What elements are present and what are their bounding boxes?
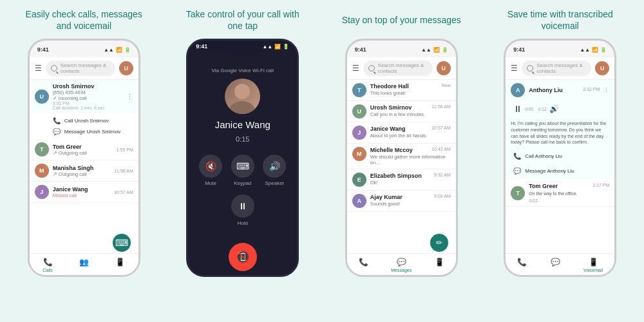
- msg-preview-elizabeth: Ok!: [370, 180, 451, 185]
- panel-voicemail-title: Save time with transcribed voicemail: [496, 6, 625, 33]
- vm-nav-label: Voicemail: [583, 268, 603, 272]
- more-icon-urosh[interactable]: ⋮: [126, 93, 133, 101]
- end-call-button[interactable]: 📵: [229, 243, 257, 271]
- panel-calls-title: Easily check calls, messages and voicema…: [19, 6, 148, 33]
- call-time-tomgreer: 1:53 PM: [117, 147, 133, 152]
- avatar-elizabeth: E: [352, 173, 366, 187]
- via-text: Via Google Voice Wi-Fi call: [212, 68, 274, 73]
- msg-item-ajay[interactable]: A Ajay Kumar 9:03 AM Sounds good!: [347, 191, 456, 212]
- vm-action-call-anthony[interactable]: 📞 Call Anthony Liu: [511, 151, 562, 162]
- call-detail-urosh: ✓ Incoming call: [53, 95, 122, 101]
- msg-name-row-janice: Janice Wang 10:57 AM: [370, 126, 451, 132]
- call-item-urosh[interactable]: U Urosh Smirnov (650) 435-4634 ✓ Incomin…: [30, 80, 138, 113]
- phone-notch-4: [541, 41, 580, 55]
- msg-item-theodore[interactable]: T Theodore Hall Now This looks great!: [347, 80, 456, 101]
- nav-calls-label: Calls: [43, 268, 53, 272]
- search-input-voicemail[interactable]: Search messages & contacts: [522, 61, 591, 76]
- avatar-urosh: U: [35, 90, 49, 104]
- phone-frame-voicemail: 9:41 ▲▲ 📶 🔋 ☰ Search messages & contacts…: [504, 39, 616, 277]
- search-input-calls[interactable]: Search messages & contacts: [46, 61, 115, 76]
- msg-name-row-michelle: Michelle Mccoy 10:42 AM: [370, 147, 451, 153]
- nav-vm-calls[interactable]: 📞: [517, 258, 527, 272]
- signal-icon: ▲▲: [104, 47, 114, 53]
- avatar-janice-calls: J: [35, 185, 49, 199]
- call-item-tomgreer[interactable]: T Tom Greer ↗ Outgoing call 1:53 PM: [30, 139, 138, 160]
- vm-action-msg-anthony[interactable]: 💬 Message Anthony Liu: [511, 166, 574, 176]
- messages-icon-vm: 💬: [551, 258, 560, 267]
- call-item-manisha[interactable]: M Manisha Singh ↗ Outgoing call 11:56 AM: [30, 160, 138, 182]
- panel-voicemail: Save time with transcribed voicemail 9:4…: [483, 6, 638, 322]
- msg-name-janice: Janice Wang: [370, 126, 406, 132]
- phone-notch-2: [223, 41, 262, 55]
- battery-icon-2: 🔋: [283, 44, 289, 50]
- main-container: Easily check calls, messages and voicema…: [0, 0, 644, 322]
- nav-messages-calls[interactable]: 📞: [359, 258, 368, 272]
- search-input-messages[interactable]: Search messages & contacts: [363, 61, 433, 76]
- signal-icon-2: ▲▲: [262, 44, 272, 50]
- call-name-janice: Janice Wang: [53, 186, 110, 193]
- call-item-janice[interactable]: J Janice Wang Missed call 10:57 AM: [30, 182, 138, 203]
- msg-item-janice[interactable]: J Janice Wang 10:57 AM About to join the…: [347, 122, 456, 144]
- player-bar-anthony: ⏸ 0:00 0:12 🔊: [511, 104, 558, 114]
- calls-icon-vm: 📞: [517, 258, 527, 267]
- nav-vm-messages[interactable]: 💬: [551, 258, 560, 272]
- vm-info-anthony: Anthony Liu 2:32 PM: [529, 87, 600, 93]
- hamburger-icon-vm[interactable]: ☰: [511, 64, 518, 73]
- nav-voicemail-bottom[interactable]: 📱: [115, 258, 125, 272]
- nav-contacts[interactable]: 👥: [79, 258, 89, 272]
- vm-item-anthony[interactable]: A Anthony Liu 2:32 PM ⋮ ⏸ 0:00: [506, 80, 614, 180]
- nav-voicemail-tab[interactable]: 📱 Voicemail: [583, 258, 603, 272]
- hold-button[interactable]: ⏸ Hold: [231, 194, 254, 226]
- speaker-icon: 🔊: [263, 155, 286, 178]
- search-icon: [51, 65, 57, 71]
- call-sub-janice: Missed call: [53, 193, 110, 198]
- msg-info-elizabeth: Elizabeth Simpson 9:32 AM Ok!: [370, 173, 451, 185]
- wifi-icon-4: 📶: [592, 47, 598, 53]
- speaker-button[interactable]: 🔊 Speaker: [263, 155, 286, 186]
- vm-item-tomgreer[interactable]: T Tom Greer 1:27 PM On the way to the of…: [506, 180, 614, 207]
- msg-item-elizabeth[interactable]: E Elizabeth Simpson 9:32 AM Ok!: [347, 169, 456, 191]
- calls-nav-icon: 📞: [43, 258, 53, 267]
- search-placeholder-messages: Search messages & contacts: [378, 62, 428, 74]
- msg-name-michelle: Michelle Mccoy: [370, 147, 413, 153]
- keypad-button[interactable]: ⌨ Keypad: [231, 155, 254, 186]
- avatar-urosh-msg: U: [352, 104, 366, 118]
- fab-calls[interactable]: ⌨: [113, 234, 131, 252]
- user-avatar-messages[interactable]: U: [437, 61, 451, 75]
- fab-messages[interactable]: ✏: [430, 234, 448, 252]
- avatar-ajay: A: [352, 194, 366, 208]
- nav-messages-vm[interactable]: 📱: [435, 258, 444, 272]
- messages-search-bar: ☰ Search messages & contacts U: [347, 57, 456, 80]
- more-icon-vm-anthony[interactable]: ⋮: [603, 87, 609, 93]
- vm-search-bar: ☰ Search messages & contacts U: [506, 57, 614, 80]
- nav-calls[interactable]: 📞 Calls: [43, 258, 53, 272]
- battery-icon-4: 🔋: [600, 47, 607, 53]
- player-time-end: 0:12: [538, 107, 547, 111]
- action-call-urosh[interactable]: 📞 Call Urosh Smirnov: [53, 115, 133, 126]
- msg-time-urosh: 11:56 AM: [431, 104, 451, 111]
- status-icons-4: ▲▲ 📶 🔋: [580, 47, 607, 53]
- bottom-nav-vm: 📞 💬 📱 Voicemail: [506, 253, 614, 275]
- action-msg-urosh[interactable]: 💬 Message Urosh Smirnov: [53, 126, 133, 137]
- phone-frame-active-call: 9:41 ▲▲ 📶 🔋 Via Google Voice Wi-Fi call …: [186, 39, 299, 277]
- vm-icon-msg: 📱: [435, 258, 444, 267]
- user-avatar-calls[interactable]: U: [119, 61, 133, 75]
- hamburger-icon-msg[interactable]: ☰: [352, 64, 359, 73]
- mute-button[interactable]: 🔇 Mute: [199, 155, 222, 186]
- call-item-info-urosh: Urosh Smirnov (650) 435-4634 ✓ Incoming …: [53, 83, 122, 110]
- pause-icon-anthony[interactable]: ⏸: [513, 104, 522, 114]
- mute-icon: 🔇: [199, 155, 222, 178]
- nav-messages-tab[interactable]: 💬 Messages: [391, 258, 412, 272]
- battery-icon: 🔋: [124, 47, 131, 53]
- msg-item-urosh[interactable]: U Urosh Smirnov 11:56 AM Call you in a f…: [347, 101, 456, 122]
- user-avatar-vm[interactable]: U: [595, 61, 609, 75]
- panel-active-call-title: Take control of your call with one tap: [178, 6, 307, 33]
- vm-time-tomgreer: 1:27 PM: [592, 183, 609, 189]
- panel-messages-title: Stay on top of your messages: [342, 6, 461, 33]
- hamburger-icon[interactable]: ☰: [35, 64, 42, 73]
- msg-item-michelle[interactable]: M Michelle Mccoy 10:42 AM We should gath…: [347, 144, 456, 169]
- battery-icon-3: 🔋: [442, 47, 448, 53]
- avatar-theodore: T: [352, 83, 366, 97]
- volume-icon-anthony[interactable]: 🔊: [549, 104, 559, 113]
- wifi-icon: 📶: [116, 47, 122, 53]
